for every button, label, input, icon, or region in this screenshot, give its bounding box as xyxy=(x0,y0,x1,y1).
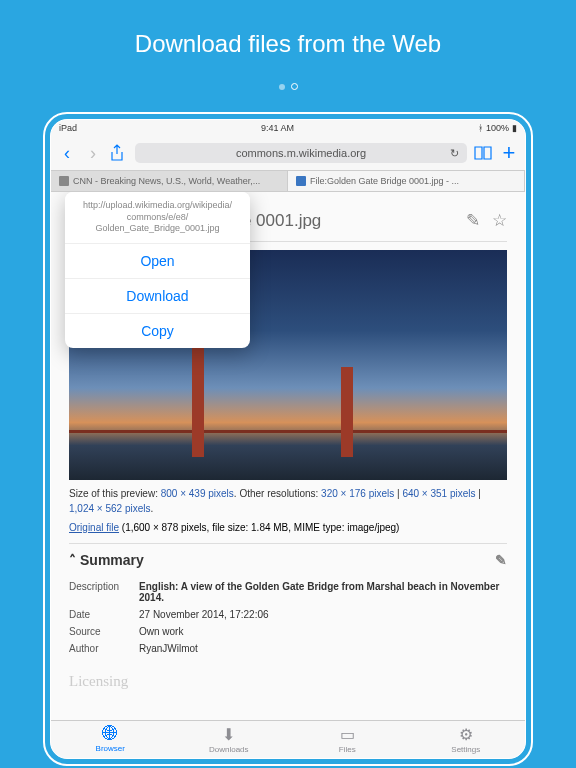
table-row: DescriptionEnglish: A view of the Golden… xyxy=(69,578,507,606)
meta-key: Description xyxy=(69,581,139,603)
bookmarks-button[interactable] xyxy=(473,145,493,161)
tab-wikimedia[interactable]: File:Golden Gate Bridge 0001.jpg - ... xyxy=(288,171,525,191)
folder-icon: ▭ xyxy=(288,725,407,744)
table-row: Date27 November 2014, 17:22:06 xyxy=(69,606,507,623)
device-label: iPad xyxy=(59,123,77,133)
tabbar-settings[interactable]: ⚙Settings xyxy=(407,725,526,754)
browser-toolbar: ‹ › commons.m.wikimedia.org ↻ + xyxy=(51,136,525,171)
new-tab-button[interactable]: + xyxy=(499,140,519,166)
summary-table: DescriptionEnglish: A view of the Golden… xyxy=(69,578,507,657)
star-icon[interactable]: ☆ xyxy=(492,210,507,231)
share-button[interactable] xyxy=(109,144,129,162)
globe-icon: 🌐︎ xyxy=(51,725,170,743)
table-row: AuthorRyanJWilmot xyxy=(69,640,507,657)
size-link-a[interactable]: 320 × 176 pixels xyxy=(321,488,394,499)
battery-pct: 100% xyxy=(486,123,509,133)
tab-cnn[interactable]: CNN - Breaking News, U.S., World, Weathe… xyxy=(51,171,288,191)
bottom-tabbar: 🌐︎Browser ⬇Downloads ▭Files ⚙Settings xyxy=(51,720,525,758)
popover-download[interactable]: Download xyxy=(65,279,250,314)
screen: iPad 9:41 AM ᚼ 100% ▮ ‹ › commons.m.wiki… xyxy=(50,119,526,759)
status-time: 9:41 AM xyxy=(261,123,294,133)
tabbar-browser[interactable]: 🌐︎Browser xyxy=(51,725,170,754)
meta-value: English: A view of the Golden Gate Bridg… xyxy=(139,581,507,603)
meta-value: Own work xyxy=(139,626,507,637)
caption-text: . Other resolutions: xyxy=(234,488,321,499)
reload-icon[interactable]: ↻ xyxy=(450,147,459,160)
bluetooth-icon: ᚼ xyxy=(478,123,483,133)
tabbar-downloads[interactable]: ⬇Downloads xyxy=(170,725,289,754)
popover-url: http://upload.wikimedia.org/wikipedia/ c… xyxy=(65,192,250,244)
original-file-link[interactable]: Original file xyxy=(69,522,119,533)
url-text: commons.m.wikimedia.org xyxy=(236,147,366,159)
tab-label: File:Golden Gate Bridge 0001.jpg - ... xyxy=(310,176,459,186)
tabbar-label: Files xyxy=(339,745,356,754)
size-link-main[interactable]: 800 × 439 pixels xyxy=(161,488,234,499)
device-frame: iPad 9:41 AM ᚼ 100% ▮ ‹ › commons.m.wiki… xyxy=(43,112,533,766)
size-link-b[interactable]: 640 × 351 pixels xyxy=(402,488,475,499)
caption-text: Size of this preview: xyxy=(69,488,161,499)
popover-copy[interactable]: Copy xyxy=(65,314,250,348)
meta-key: Author xyxy=(69,643,139,654)
link-action-popover: http://upload.wikimedia.org/wikipedia/ c… xyxy=(65,192,250,348)
favicon-icon xyxy=(296,176,306,186)
gear-icon: ⚙ xyxy=(407,725,526,744)
meta-key: Source xyxy=(69,626,139,637)
meta-value: RyanJWilmot xyxy=(139,643,507,654)
status-bar: iPad 9:41 AM ᚼ 100% ▮ xyxy=(51,120,525,136)
tab-label: CNN - Breaking News, U.S., World, Weathe… xyxy=(73,176,260,186)
tabbar-label: Settings xyxy=(451,745,480,754)
original-file-info: (1,600 × 878 pixels, file size: 1.84 MB,… xyxy=(119,522,399,533)
meta-value: 27 November 2014, 17:22:06 xyxy=(139,609,507,620)
battery-icon: ▮ xyxy=(512,123,517,133)
meta-key: Date xyxy=(69,609,139,620)
section-heading: Summary xyxy=(80,552,144,568)
summary-section: ˄Summary✎ DescriptionEnglish: A view of … xyxy=(69,543,507,657)
back-button[interactable]: ‹ xyxy=(57,143,77,164)
chevron-up-icon[interactable]: ˄ xyxy=(69,552,76,568)
original-file-line: Original file (1,600 × 878 pixels, file … xyxy=(69,522,507,533)
promo-title: Download files from the Web xyxy=(0,0,576,76)
tabbar-label: Browser xyxy=(96,744,125,753)
page-dots xyxy=(0,76,576,94)
size-link-c[interactable]: 1,024 × 562 pixels xyxy=(69,503,150,514)
url-bar[interactable]: commons.m.wikimedia.org ↻ xyxy=(135,143,467,163)
edit-icon[interactable]: ✎ xyxy=(466,210,480,231)
edit-icon[interactable]: ✎ xyxy=(495,552,507,568)
favicon-icon xyxy=(59,176,69,186)
forward-button[interactable]: › xyxy=(83,143,103,164)
licensing-heading: Licensing xyxy=(69,673,507,690)
tabbar-label: Downloads xyxy=(209,745,249,754)
image-caption: Size of this preview: 800 × 439 pixels. … xyxy=(69,486,507,516)
tab-strip: CNN - Breaking News, U.S., World, Weathe… xyxy=(51,171,525,192)
download-icon: ⬇ xyxy=(170,725,289,744)
page-content: File:Golden Gate Bridge 0001.jpg ✎ ☆ Siz… xyxy=(51,192,525,728)
table-row: SourceOwn work xyxy=(69,623,507,640)
popover-open[interactable]: Open xyxy=(65,244,250,279)
tabbar-files[interactable]: ▭Files xyxy=(288,725,407,754)
